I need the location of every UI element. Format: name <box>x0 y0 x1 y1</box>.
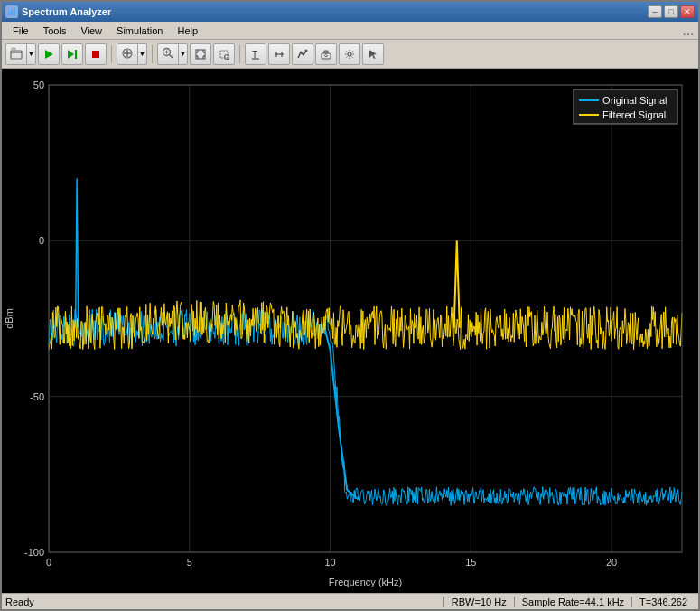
stop-button[interactable] <box>85 43 107 65</box>
sep1 <box>111 45 112 63</box>
maximize-button[interactable]: □ <box>664 5 678 18</box>
status-sample-rate: Sample Rate=44.1 kHz <box>514 597 631 607</box>
sep3 <box>239 45 240 63</box>
add-block-arrow: ▼ <box>137 44 146 64</box>
svg-rect-0 <box>8 12 10 15</box>
menu-help[interactable]: Help <box>170 24 205 38</box>
svg-marker-6 <box>68 50 74 59</box>
menu-view[interactable]: View <box>73 24 109 38</box>
add-block-icon <box>117 47 137 61</box>
zoom-icon <box>158 47 178 61</box>
app-icon <box>5 5 18 18</box>
status-ready: Ready <box>5 597 34 607</box>
zoom-fit-button[interactable] <box>190 43 211 65</box>
svg-rect-3 <box>11 51 22 59</box>
status-right: RBW=10 Hz Sample Rate=44.1 kHz T=346.262 <box>443 597 695 607</box>
svg-rect-7 <box>75 50 77 59</box>
menu-file[interactable]: File <box>5 24 36 38</box>
svg-point-28 <box>348 52 351 56</box>
open-dropdown[interactable]: ▼ <box>5 43 36 65</box>
zoom-arrow: ▼ <box>178 44 187 64</box>
toolbar: ▼ <box>2 40 698 69</box>
svg-marker-29 <box>369 50 377 59</box>
svg-rect-8 <box>92 51 99 58</box>
cursor-button[interactable] <box>362 43 384 65</box>
open-icon <box>6 47 26 61</box>
title-bar: Spectrum Analyzer – □ ✕ <box>2 2 698 22</box>
play-button[interactable] <box>38 43 60 65</box>
menu-simulation[interactable]: Simulation <box>109 24 170 38</box>
settings-button[interactable] <box>339 43 360 65</box>
svg-line-19 <box>229 59 229 60</box>
menu-bar: File Tools View Simulation Help … <box>2 22 698 40</box>
zoom-dropdown[interactable]: ▼ <box>157 43 188 65</box>
close-button[interactable]: ✕ <box>680 5 695 18</box>
svg-line-13 <box>170 54 173 58</box>
window-title: Spectrum Analyzer <box>22 6 111 17</box>
measure-button[interactable] <box>268 43 290 65</box>
status-time: T=346.262 <box>631 597 695 607</box>
menu-pin: … <box>682 24 695 38</box>
open-dropdown-arrow: ▼ <box>26 44 35 64</box>
menu-tools[interactable]: Tools <box>36 24 74 38</box>
annotate-button[interactable]: T <box>245 43 266 65</box>
spectrum-chart[interactable] <box>2 69 698 593</box>
svg-marker-5 <box>45 50 53 59</box>
svg-rect-2 <box>14 8 15 15</box>
sep2 <box>152 45 153 63</box>
svg-point-26 <box>305 49 308 52</box>
svg-rect-1 <box>11 10 13 15</box>
main-window: Spectrum Analyzer – □ ✕ File Tools View … <box>0 0 700 611</box>
status-rbw: RBW=10 Hz <box>443 597 514 607</box>
chart-container <box>2 69 698 593</box>
title-controls: – □ ✕ <box>648 5 695 18</box>
add-block-dropdown[interactable]: ▼ <box>117 43 147 65</box>
minimize-button[interactable]: – <box>648 5 662 18</box>
step-button[interactable] <box>61 43 83 65</box>
peaks-button[interactable] <box>292 43 313 65</box>
zoom-sel-button[interactable] <box>213 43 235 65</box>
svg-point-18 <box>225 54 229 59</box>
svg-text:T: T <box>252 50 257 60</box>
export-button[interactable] <box>315 43 337 65</box>
svg-rect-4 <box>12 48 15 51</box>
status-bar: Ready RBW=10 Hz Sample Rate=44.1 kHz T=3… <box>2 593 698 609</box>
svg-point-25 <box>300 51 303 53</box>
